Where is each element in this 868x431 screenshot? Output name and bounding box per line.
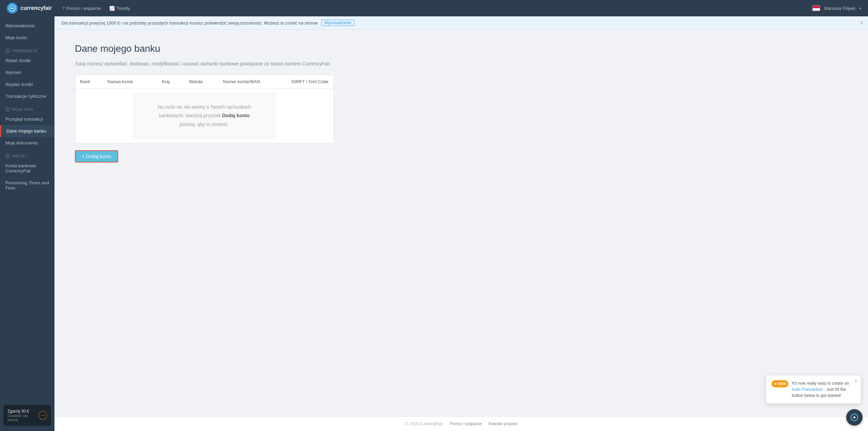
col-kraj: Kraj — [157, 75, 184, 88]
section-wiecej: ⊙ WIĘCEJ — [0, 149, 54, 160]
promo-subtitle: Dowiedz się więcej — [7, 414, 38, 422]
sidebar-item-konta-bankowe[interactable]: Konta bankowe CurrencyFair — [0, 160, 54, 177]
logo-text: currencyfair — [20, 5, 52, 11]
auto-transaction-link[interactable]: Auto-Transaction — [792, 387, 823, 392]
chat-popup: ★ NEW It's now really easy to create an … — [766, 375, 861, 404]
promo-content: Zgarnij 30 € Dowiedz się więcej — [7, 409, 38, 422]
top-navigation: currencyfair ? Pomoc i wsparcie 📈 Trendy… — [0, 0, 868, 16]
table-header: Bank Nazwa konta Kraj Waluta Numer konta… — [75, 75, 333, 89]
empty-text-after: poniżej, aby to zmienić. — [179, 122, 229, 127]
page-title: Dane mojego banku — [75, 43, 848, 54]
sidebar: Wprowadzenie Moje konto ⊙ TRANSAKCJE Wpł… — [0, 16, 54, 431]
sidebar-item-moje-dokumenty[interactable]: Moje dokumenty — [0, 137, 54, 149]
page-subtitle: Tutaj możesz wyświetlać, dodawać, modyfi… — [75, 61, 848, 66]
nav-help[interactable]: ? Pomoc i wsparcie — [62, 6, 101, 11]
sidebar-item-dane-mojego-banku[interactable]: Dane mojego banku — [0, 125, 54, 137]
new-badge: ★ NEW — [772, 380, 788, 387]
sidebar-promo[interactable]: Zgarnij 30 € Dowiedz się więcej → — [3, 405, 51, 426]
logo[interactable]: currencyfair — [7, 3, 52, 14]
wprowadzenie-label: Wprowadzenie — [5, 23, 35, 28]
col-nazwa-konta: Nazwa konta — [102, 75, 157, 88]
col-bank: Bank — [75, 75, 102, 88]
add-button-row: + Dodaj konto — [75, 150, 848, 163]
promo-arrow-icon: → — [38, 411, 47, 420]
chat-icon — [850, 413, 858, 421]
chat-popup-text: It's now really easy to create an Auto-T… — [792, 380, 855, 399]
footer-legal-link[interactable]: Kwestie prawne — [489, 421, 518, 426]
notification-close-button[interactable]: × — [860, 20, 863, 26]
main-layout: Wprowadzenie Moje konto ⊙ TRANSAKCJE Wpł… — [0, 16, 868, 431]
chat-text-1: It's now really easy to create an — [792, 381, 849, 386]
sidebar-item-transakcje-cykliczne[interactable]: Transakcje cykliczne — [0, 90, 54, 102]
main-content: Dla transakcji powyżej 1000 € i na potrz… — [54, 16, 868, 431]
table-empty-state: Na razie nic nie wiemy o Twoich rachunka… — [75, 89, 333, 143]
sidebar-item-wyplac-srodki[interactable]: Wypłać środki — [0, 78, 54, 90]
footer-copyright: © 2016 CurrencyFair — [405, 421, 443, 426]
notification-text: Dla transakcji powyżej 1000 € i na potrz… — [61, 20, 318, 26]
new-badge-star: ★ — [774, 381, 777, 386]
col-waluta: Waluta — [184, 75, 218, 88]
add-account-button[interactable]: + Dodaj konto — [75, 150, 118, 163]
sidebar-item-przeglad-transakcji[interactable]: Przegląd transakcji — [0, 113, 54, 125]
sidebar-item-wymien[interactable]: Wymień — [0, 66, 54, 78]
moje-konto-label: Moje konto — [5, 35, 27, 40]
user-name[interactable]: Marzena Filipek — [824, 6, 855, 11]
nav-trendy[interactable]: 📈 Trendy — [109, 6, 130, 11]
notification-link[interactable]: Wprowadzenie — [321, 20, 354, 26]
section-transakcje: ⊙ TRANSAKCJE — [0, 44, 54, 55]
sidebar-item-processing-times[interactable]: Processing Times and Fees — [0, 177, 54, 194]
promo-title: Zgarnij 30 € — [7, 409, 38, 414]
flag-poland — [812, 5, 820, 11]
sidebar-item-wprowadzenie[interactable]: Wprowadzenie — [0, 20, 54, 32]
empty-text-bold: Dodaj konto — [222, 113, 250, 118]
moje-info-section-icon: ⊙ — [5, 107, 10, 112]
help-icon: ? — [62, 6, 65, 11]
transakcje-section-icon: ⊙ — [5, 48, 10, 53]
user-menu-chevron[interactable]: ▾ — [859, 6, 861, 10]
trend-icon: 📈 — [109, 6, 115, 11]
col-iban: Numer konta/IBAN — [218, 75, 286, 88]
chat-button[interactable] — [846, 409, 863, 426]
empty-box: Na razie nic nie wiemy o Twoich rachunka… — [133, 93, 276, 139]
sidebar-item-wplac-srodki[interactable]: Wpłać środki — [0, 55, 54, 66]
section-moje-info: ⊙ MOJE INFO — [0, 102, 54, 113]
col-swift: SWIFT / Sort Code — [286, 75, 334, 88]
sidebar-item-moje-konto[interactable]: Moje konto — [0, 32, 54, 44]
nav-right: Marzena Filipek ▾ — [812, 5, 861, 11]
new-badge-text: NEW — [778, 381, 786, 386]
page-area: Dane mojego banku Tutaj możesz wyświetla… — [54, 30, 868, 416]
footer-help-link[interactable]: Pomoc i wsparcie — [450, 421, 482, 426]
notification-banner: Dla transakcji powyżej 1000 € i na potrz… — [54, 16, 868, 30]
logo-icon — [7, 3, 18, 14]
wiecej-section-icon: ⊙ — [5, 154, 10, 158]
footer: © 2016 CurrencyFair Pomoc i wsparcie Kwe… — [54, 416, 868, 431]
chat-popup-close-button[interactable]: × — [855, 378, 857, 384]
bank-table: Bank Nazwa konta Kraj Waluta Numer konta… — [75, 75, 334, 143]
